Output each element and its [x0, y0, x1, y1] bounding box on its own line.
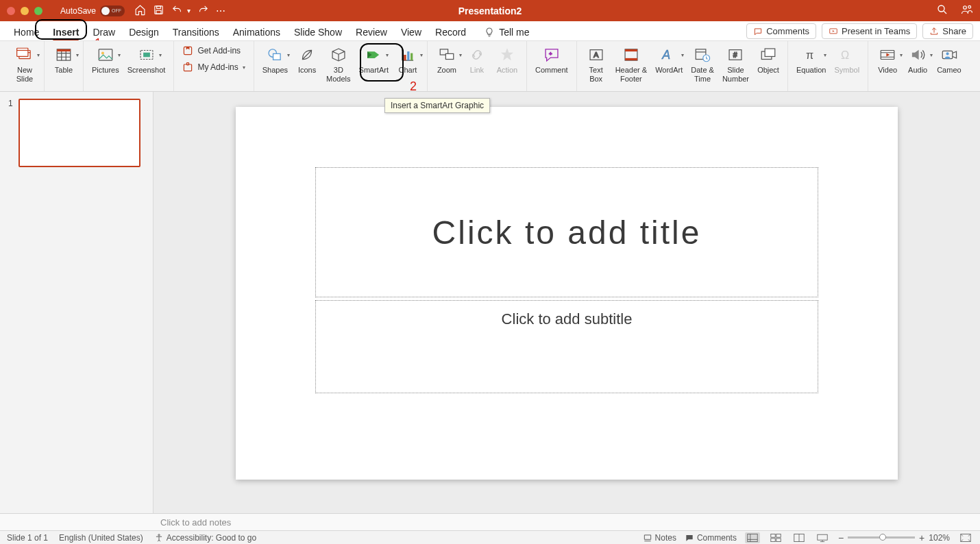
slide-sorter-button[interactable] — [768, 532, 783, 543]
tab-insert[interactable]: Insert — [46, 24, 86, 40]
date-time-button[interactable]: Date & Time — [688, 44, 717, 84]
subtitle-placeholder[interactable]: Click to add subtitle — [315, 300, 818, 393]
svg-rect-30 — [625, 58, 637, 60]
cameo-button[interactable]: Cameo — [934, 44, 964, 76]
tab-view[interactable]: View — [394, 24, 428, 40]
header-footer-button[interactable]: Header & Footer — [613, 44, 650, 84]
tell-me[interactable]: Tell me — [477, 24, 536, 40]
redo-icon[interactable] — [197, 4, 209, 18]
svg-text:Ω: Ω — [841, 49, 849, 61]
slideshow-view-button[interactable] — [815, 532, 830, 543]
slide-thumbnails-panel[interactable]: 1 — [0, 92, 154, 513]
new-slide-button[interactable]: ▾ New Slide — [11, 44, 38, 84]
calendar-clock-icon — [694, 46, 711, 64]
tab-animations[interactable]: Animations — [226, 24, 287, 40]
header-footer-icon — [622, 46, 640, 64]
present-in-teams-button[interactable]: Present in Teams — [822, 23, 917, 39]
zoom-controls: − + 102% — [838, 532, 950, 543]
notes-toggle[interactable]: Notes — [643, 533, 676, 543]
slide-1[interactable]: Click to add title Click to add subtitle — [236, 107, 898, 480]
video-icon — [879, 46, 896, 64]
link-button: Link — [463, 44, 491, 76]
object-button[interactable]: Object — [755, 44, 782, 76]
share-button[interactable]: Share — [922, 23, 973, 39]
video-button[interactable]: ▾ Video — [874, 44, 901, 76]
svg-rect-17 — [187, 63, 189, 65]
slide-counter[interactable]: Slide 1 of 1 — [7, 533, 48, 543]
home-icon[interactable] — [134, 4, 146, 18]
tab-home[interactable]: Home — [7, 24, 46, 40]
share-people-icon[interactable] — [961, 3, 973, 18]
smartart-button[interactable]: ▾ SmartArt — [356, 44, 391, 76]
save-icon[interactable] — [153, 4, 164, 18]
window-controls — [7, 7, 42, 15]
textbox-button[interactable]: A Text Box — [583, 44, 610, 84]
svg-point-12 — [101, 52, 104, 55]
get-addins-button[interactable]: Get Add-ins — [180, 44, 247, 58]
zoom-slider[interactable] — [848, 536, 915, 539]
svg-rect-46 — [776, 534, 781, 537]
smartart-icon — [365, 46, 382, 64]
shapes-button[interactable]: ▾ Shapes — [260, 44, 291, 76]
slide-number-button[interactable]: # Slide Number — [720, 44, 752, 84]
autosave-toggle[interactable]: OFF — [100, 5, 125, 16]
zoom-button[interactable]: ▾ Zoom — [433, 44, 461, 76]
table-button[interactable]: ▾ Table — [50, 44, 77, 76]
speaker-icon — [909, 46, 927, 64]
my-addins-button[interactable]: My Add-ins ▾ — [180, 60, 247, 74]
zoom-percentage[interactable]: 102% — [929, 533, 950, 543]
object-icon — [759, 46, 777, 64]
svg-text:+: + — [549, 51, 552, 57]
undo-icon[interactable] — [171, 4, 183, 18]
notes-icon — [643, 533, 652, 543]
zoom-out-button[interactable]: − — [838, 532, 844, 543]
svg-rect-37 — [765, 49, 775, 56]
notes-pane[interactable]: Click to add notes — [0, 513, 980, 530]
svg-point-43 — [158, 534, 160, 535]
svg-rect-44 — [748, 534, 757, 541]
svg-text:A: A — [661, 48, 670, 62]
tab-record[interactable]: Record — [428, 24, 473, 40]
comments-toggle[interactable]: Comments — [685, 533, 737, 543]
autosave-control[interactable]: AutoSave OFF — [60, 5, 125, 16]
language-indicator[interactable]: English (United States) — [59, 533, 143, 543]
normal-view-button[interactable] — [745, 532, 760, 543]
tab-transitions[interactable]: Transitions — [166, 24, 226, 40]
equation-button[interactable]: π▾ Equation — [794, 44, 829, 76]
comments-button[interactable]: Comments — [746, 23, 816, 39]
screenshot-icon — [138, 46, 156, 64]
tab-review[interactable]: Review — [349, 24, 394, 40]
svg-rect-16 — [184, 64, 192, 71]
minimize-window-icon[interactable] — [21, 7, 29, 15]
store-icon — [182, 45, 193, 56]
tab-slideshow[interactable]: Slide Show — [287, 24, 349, 40]
share-arrow-icon — [929, 27, 939, 36]
tab-design[interactable]: Design — [122, 24, 166, 40]
fit-to-window-button[interactable] — [958, 532, 973, 543]
reading-view-button[interactable] — [792, 532, 807, 543]
close-window-icon[interactable] — [7, 7, 15, 15]
undo-dropdown-icon[interactable]: ▾ — [187, 7, 191, 14]
svg-rect-19 — [273, 53, 281, 60]
slide-thumbnail-1[interactable] — [19, 99, 140, 167]
tab-draw[interactable]: Draw — [86, 24, 122, 40]
title-placeholder[interactable]: Click to add title — [315, 167, 818, 297]
present-icon — [829, 27, 838, 36]
comment-button[interactable]: + Comment — [532, 44, 571, 76]
zoom-in-button[interactable]: + — [919, 532, 924, 543]
maximize-window-icon[interactable] — [34, 7, 42, 15]
thumbnail-number: 1 — [8, 99, 13, 108]
screenshot-button[interactable]: ▾ Screenshot — [125, 44, 169, 76]
chart-button[interactable]: ▾ Chart — [394, 44, 421, 76]
icons-button[interactable]: Icons — [293, 44, 321, 76]
slide-number-icon: # — [726, 46, 744, 64]
search-icon[interactable] — [936, 3, 948, 18]
accessibility-status[interactable]: Accessibility: Good to go — [154, 533, 256, 543]
3d-models-button[interactable]: 3D Models — [323, 44, 353, 84]
more-icon[interactable]: ⋯ — [216, 5, 225, 16]
audio-button[interactable]: ▾ Audio — [904, 44, 931, 76]
pictures-button[interactable]: ▾ Pictures — [89, 44, 122, 76]
svg-rect-1 — [157, 5, 161, 8]
svg-point-3 — [938, 5, 944, 12]
wordart-button[interactable]: A▾ WordArt — [652, 44, 685, 76]
